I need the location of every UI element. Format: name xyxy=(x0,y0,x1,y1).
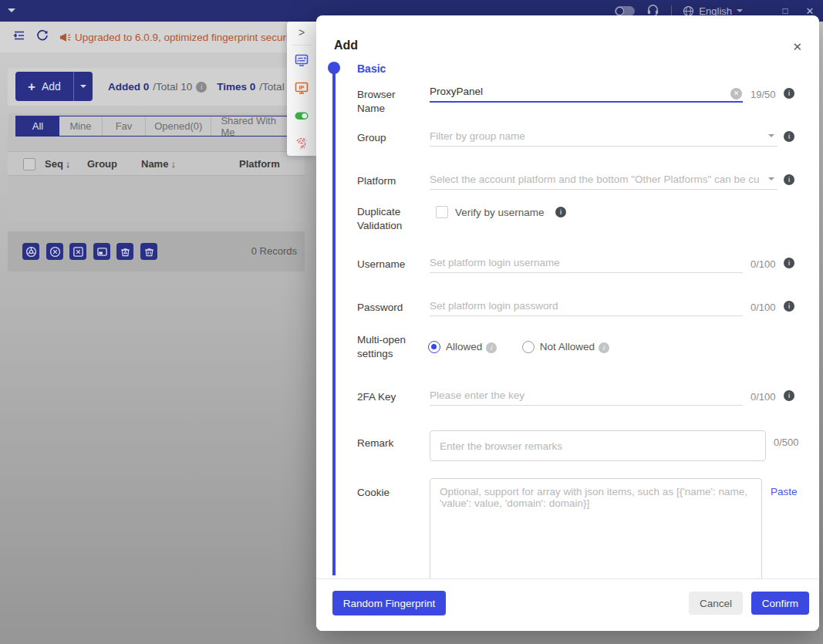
password-label: Password xyxy=(357,301,425,315)
allowed-label: Allowed xyxy=(446,341,482,352)
modal-title: Add xyxy=(334,39,358,52)
info-icon[interactable]: i xyxy=(784,390,794,401)
sort-desc-icon[interactable]: ↓ xyxy=(66,158,71,170)
info-icon[interactable]: i xyxy=(784,131,794,142)
records-count: 0 Records xyxy=(251,245,297,257)
modal-close-icon[interactable]: ✕ xyxy=(792,41,802,52)
refresh-icon[interactable] xyxy=(35,29,49,46)
plus-icon: + xyxy=(28,80,35,93)
list-tabs: All Mine Fav Opened(0) Shared With Me xyxy=(15,116,301,137)
expand-drawer-icon[interactable]: > xyxy=(287,26,316,39)
table-header: Seq↓ Group Name↓ Platform xyxy=(8,151,305,176)
column-name[interactable]: Name↓ xyxy=(141,158,176,170)
tab-mine[interactable]: Mine xyxy=(59,116,103,136)
megaphone-icon xyxy=(59,31,72,44)
tab-all[interactable]: All xyxy=(16,116,59,136)
chevron-down-icon xyxy=(80,85,86,88)
close-square-icon[interactable] xyxy=(69,243,86,260)
not-allowed-radio[interactable] xyxy=(522,341,535,353)
toggle-on-icon[interactable] xyxy=(294,108,309,123)
drawer-divider xyxy=(292,45,312,46)
announcement[interactable]: Upgraded to 6.0.9, optimized fingerprint… xyxy=(59,31,287,44)
tfa-key-input[interactable] xyxy=(430,385,743,406)
remark-input[interactable] xyxy=(430,431,765,460)
side-drawer-strip: > IP xyxy=(287,22,316,156)
password-input[interactable] xyxy=(430,295,743,316)
window-restore-icon[interactable] xyxy=(93,243,110,260)
password-counter: 0/100 xyxy=(750,302,776,313)
confirm-button[interactable]: Confirm xyxy=(751,592,809,615)
browser-name-input[interactable] xyxy=(430,82,743,103)
tab-fav[interactable]: Fav xyxy=(103,116,146,136)
verify-by-username-label: Verify by username xyxy=(455,207,545,218)
random-fingerprint-button[interactable]: Random Fingerprint xyxy=(332,591,446,615)
remark-box xyxy=(430,430,766,461)
info-icon[interactable]: i xyxy=(784,88,794,99)
sort-desc-icon[interactable]: ↓ xyxy=(170,158,176,170)
duplicate-validation-label: Duplicate Validation xyxy=(357,205,411,233)
delete-icon[interactable] xyxy=(140,243,157,260)
cancel-button[interactable]: Cancel xyxy=(689,592,743,615)
remark-counter: 0/500 xyxy=(774,437,799,448)
svg-text:IP: IP xyxy=(299,84,304,91)
info-icon[interactable]: i xyxy=(784,301,794,312)
recycle-bin-icon[interactable] xyxy=(116,243,133,260)
paste-link[interactable]: Paste xyxy=(771,486,798,497)
column-seq[interactable]: Seq↓ xyxy=(45,158,70,170)
info-icon[interactable]: i xyxy=(599,342,609,353)
action-panel: +Add Added 0/Total 10 i Times 0/Total 50 xyxy=(8,68,305,106)
menu-fold-icon[interactable] xyxy=(12,29,26,46)
info-icon[interactable]: i xyxy=(555,207,566,217)
multi-open-options: Allowedi Not Allowedi xyxy=(428,339,609,353)
batch-action-bar: 0 Records xyxy=(8,231,305,271)
tab-opened[interactable]: Opened(0) xyxy=(146,116,211,136)
not-allowed-label: Not Allowed xyxy=(540,341,595,352)
platform-label: Platform xyxy=(357,174,425,188)
theme-toggle[interactable] xyxy=(615,6,635,16)
open-browser-icon[interactable] xyxy=(22,243,39,260)
verify-by-username-checkbox[interactable] xyxy=(436,206,448,218)
screen: English _ □ ✕ Upgraded to 6.0.9, optimiz… xyxy=(0,0,823,644)
times-count: Times 0 xyxy=(217,81,255,93)
column-platform[interactable]: Platform xyxy=(239,158,280,170)
info-icon[interactable]: i xyxy=(486,342,497,353)
added-count: Added 0 xyxy=(108,81,149,93)
app-toolbar: Upgraded to 6.0.9, optimized fingerprint… xyxy=(0,22,287,52)
platform-select[interactable]: Select the account platform and the bott… xyxy=(430,169,777,190)
info-icon[interactable]: i xyxy=(784,174,794,185)
browser-name-counter: 19/50 xyxy=(750,89,776,100)
ip-monitor-icon[interactable]: IP xyxy=(294,80,309,96)
select-all-checkbox[interactable] xyxy=(23,158,35,170)
allowed-radio[interactable] xyxy=(428,341,440,353)
clear-input-icon[interactable]: ✕ xyxy=(730,88,742,99)
maximize-button[interactable]: □ xyxy=(778,5,792,16)
modal-footer: Random Fingerprint Cancel Confirm xyxy=(316,578,819,631)
username-input[interactable] xyxy=(430,252,743,273)
group-placeholder: Filter by group name xyxy=(430,130,765,142)
fingerprint-icon[interactable] xyxy=(294,136,309,151)
platform-placeholder: Select the account platform and the bott… xyxy=(430,174,765,185)
monitor-settings-icon[interactable] xyxy=(294,52,309,68)
cookie-box xyxy=(430,478,762,588)
window-menu-caret-icon[interactable] xyxy=(8,8,15,12)
chevron-down-icon xyxy=(768,177,774,180)
chevron-down-icon xyxy=(737,9,743,12)
info-icon[interactable]: i xyxy=(196,82,207,93)
titlebar-divider xyxy=(671,5,672,16)
cookie-textarea[interactable] xyxy=(430,479,761,588)
add-button[interactable]: +Add xyxy=(15,72,73,101)
sun-icon xyxy=(616,7,624,15)
tfa-key-counter: 0/100 xyxy=(750,391,776,403)
group-label: Group xyxy=(357,131,425,145)
column-group[interactable]: Group xyxy=(87,158,117,170)
username-label: Username xyxy=(357,258,425,271)
browser-name-label: Browser Name xyxy=(357,88,425,116)
add-split-button[interactable]: +Add xyxy=(15,72,93,101)
added-total: /Total 10 xyxy=(153,81,192,93)
add-button-label: Add xyxy=(42,80,61,93)
add-dropdown-button[interactable] xyxy=(73,72,93,101)
close-circle-icon[interactable] xyxy=(46,243,63,260)
group-select[interactable]: Filter by group name xyxy=(430,126,777,147)
section-line xyxy=(332,72,336,575)
info-icon[interactable]: i xyxy=(784,258,794,268)
